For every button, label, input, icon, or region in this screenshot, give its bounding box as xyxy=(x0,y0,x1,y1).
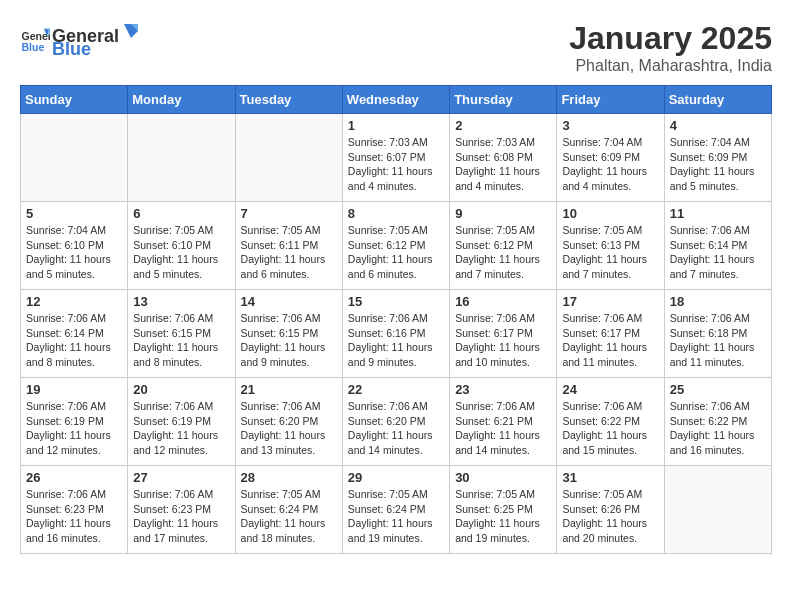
logo-arrow-icon xyxy=(120,20,142,42)
day-number: 17 xyxy=(562,294,658,309)
title-block: January 2025 Phaltan, Maharashtra, India xyxy=(569,20,772,75)
day-info: Sunrise: 7:06 AM Sunset: 6:15 PM Dayligh… xyxy=(241,311,337,370)
day-number: 27 xyxy=(133,470,229,485)
day-info: Sunrise: 7:05 AM Sunset: 6:25 PM Dayligh… xyxy=(455,487,551,546)
day-info: Sunrise: 7:03 AM Sunset: 6:08 PM Dayligh… xyxy=(455,135,551,194)
calendar-cell: 12Sunrise: 7:06 AM Sunset: 6:14 PM Dayli… xyxy=(21,290,128,378)
calendar-cell: 5Sunrise: 7:04 AM Sunset: 6:10 PM Daylig… xyxy=(21,202,128,290)
day-number: 9 xyxy=(455,206,551,221)
day-number: 19 xyxy=(26,382,122,397)
day-number: 3 xyxy=(562,118,658,133)
calendar-cell: 31Sunrise: 7:05 AM Sunset: 6:26 PM Dayli… xyxy=(557,466,664,554)
day-info: Sunrise: 7:05 AM Sunset: 6:12 PM Dayligh… xyxy=(455,223,551,282)
day-number: 10 xyxy=(562,206,658,221)
day-number: 21 xyxy=(241,382,337,397)
svg-text:Blue: Blue xyxy=(22,41,45,53)
calendar-cell: 7Sunrise: 7:05 AM Sunset: 6:11 PM Daylig… xyxy=(235,202,342,290)
calendar-cell: 8Sunrise: 7:05 AM Sunset: 6:12 PM Daylig… xyxy=(342,202,449,290)
day-info: Sunrise: 7:06 AM Sunset: 6:14 PM Dayligh… xyxy=(670,223,766,282)
calendar-cell: 30Sunrise: 7:05 AM Sunset: 6:25 PM Dayli… xyxy=(450,466,557,554)
day-info: Sunrise: 7:06 AM Sunset: 6:19 PM Dayligh… xyxy=(26,399,122,458)
day-info: Sunrise: 7:06 AM Sunset: 6:20 PM Dayligh… xyxy=(348,399,444,458)
page-header: General Blue General Blue January 2025 P… xyxy=(20,20,772,75)
day-info: Sunrise: 7:05 AM Sunset: 6:12 PM Dayligh… xyxy=(348,223,444,282)
calendar-cell xyxy=(128,114,235,202)
weekday-header-monday: Monday xyxy=(128,86,235,114)
calendar-cell: 22Sunrise: 7:06 AM Sunset: 6:20 PM Dayli… xyxy=(342,378,449,466)
calendar-cell: 4Sunrise: 7:04 AM Sunset: 6:09 PM Daylig… xyxy=(664,114,771,202)
day-number: 30 xyxy=(455,470,551,485)
calendar-cell: 6Sunrise: 7:05 AM Sunset: 6:10 PM Daylig… xyxy=(128,202,235,290)
calendar-week-2: 5Sunrise: 7:04 AM Sunset: 6:10 PM Daylig… xyxy=(21,202,772,290)
day-info: Sunrise: 7:05 AM Sunset: 6:10 PM Dayligh… xyxy=(133,223,229,282)
calendar-cell: 24Sunrise: 7:06 AM Sunset: 6:22 PM Dayli… xyxy=(557,378,664,466)
day-number: 29 xyxy=(348,470,444,485)
day-number: 24 xyxy=(562,382,658,397)
day-info: Sunrise: 7:06 AM Sunset: 6:20 PM Dayligh… xyxy=(241,399,337,458)
day-number: 4 xyxy=(670,118,766,133)
weekday-header-thursday: Thursday xyxy=(450,86,557,114)
day-number: 11 xyxy=(670,206,766,221)
day-info: Sunrise: 7:06 AM Sunset: 6:19 PM Dayligh… xyxy=(133,399,229,458)
calendar-cell: 23Sunrise: 7:06 AM Sunset: 6:21 PM Dayli… xyxy=(450,378,557,466)
weekday-header-tuesday: Tuesday xyxy=(235,86,342,114)
day-info: Sunrise: 7:05 AM Sunset: 6:26 PM Dayligh… xyxy=(562,487,658,546)
calendar-cell: 1Sunrise: 7:03 AM Sunset: 6:07 PM Daylig… xyxy=(342,114,449,202)
day-info: Sunrise: 7:06 AM Sunset: 6:23 PM Dayligh… xyxy=(133,487,229,546)
day-info: Sunrise: 7:06 AM Sunset: 6:15 PM Dayligh… xyxy=(133,311,229,370)
calendar-week-5: 26Sunrise: 7:06 AM Sunset: 6:23 PM Dayli… xyxy=(21,466,772,554)
day-info: Sunrise: 7:05 AM Sunset: 6:11 PM Dayligh… xyxy=(241,223,337,282)
day-info: Sunrise: 7:04 AM Sunset: 6:09 PM Dayligh… xyxy=(562,135,658,194)
day-number: 1 xyxy=(348,118,444,133)
calendar-cell: 19Sunrise: 7:06 AM Sunset: 6:19 PM Dayli… xyxy=(21,378,128,466)
calendar-cell: 3Sunrise: 7:04 AM Sunset: 6:09 PM Daylig… xyxy=(557,114,664,202)
calendar-table: SundayMondayTuesdayWednesdayThursdayFrid… xyxy=(20,85,772,554)
day-info: Sunrise: 7:05 AM Sunset: 6:24 PM Dayligh… xyxy=(348,487,444,546)
calendar-cell: 26Sunrise: 7:06 AM Sunset: 6:23 PM Dayli… xyxy=(21,466,128,554)
day-number: 8 xyxy=(348,206,444,221)
calendar-cell xyxy=(21,114,128,202)
calendar-cell: 18Sunrise: 7:06 AM Sunset: 6:18 PM Dayli… xyxy=(664,290,771,378)
day-number: 7 xyxy=(241,206,337,221)
day-number: 12 xyxy=(26,294,122,309)
calendar-week-1: 1Sunrise: 7:03 AM Sunset: 6:07 PM Daylig… xyxy=(21,114,772,202)
calendar-cell: 27Sunrise: 7:06 AM Sunset: 6:23 PM Dayli… xyxy=(128,466,235,554)
day-info: Sunrise: 7:06 AM Sunset: 6:21 PM Dayligh… xyxy=(455,399,551,458)
day-info: Sunrise: 7:06 AM Sunset: 6:22 PM Dayligh… xyxy=(562,399,658,458)
calendar-cell: 11Sunrise: 7:06 AM Sunset: 6:14 PM Dayli… xyxy=(664,202,771,290)
calendar-week-3: 12Sunrise: 7:06 AM Sunset: 6:14 PM Dayli… xyxy=(21,290,772,378)
location-subtitle: Phaltan, Maharashtra, India xyxy=(569,57,772,75)
day-info: Sunrise: 7:05 AM Sunset: 6:24 PM Dayligh… xyxy=(241,487,337,546)
calendar-cell: 21Sunrise: 7:06 AM Sunset: 6:20 PM Dayli… xyxy=(235,378,342,466)
day-number: 22 xyxy=(348,382,444,397)
month-title: January 2025 xyxy=(569,20,772,57)
day-number: 18 xyxy=(670,294,766,309)
day-info: Sunrise: 7:04 AM Sunset: 6:10 PM Dayligh… xyxy=(26,223,122,282)
calendar-cell xyxy=(664,466,771,554)
day-number: 16 xyxy=(455,294,551,309)
day-number: 25 xyxy=(670,382,766,397)
day-number: 20 xyxy=(133,382,229,397)
day-info: Sunrise: 7:06 AM Sunset: 6:22 PM Dayligh… xyxy=(670,399,766,458)
day-info: Sunrise: 7:06 AM Sunset: 6:18 PM Dayligh… xyxy=(670,311,766,370)
day-info: Sunrise: 7:06 AM Sunset: 6:17 PM Dayligh… xyxy=(455,311,551,370)
day-number: 28 xyxy=(241,470,337,485)
day-info: Sunrise: 7:06 AM Sunset: 6:17 PM Dayligh… xyxy=(562,311,658,370)
calendar-cell xyxy=(235,114,342,202)
day-number: 13 xyxy=(133,294,229,309)
calendar-cell: 16Sunrise: 7:06 AM Sunset: 6:17 PM Dayli… xyxy=(450,290,557,378)
day-number: 2 xyxy=(455,118,551,133)
day-number: 23 xyxy=(455,382,551,397)
calendar-cell: 29Sunrise: 7:05 AM Sunset: 6:24 PM Dayli… xyxy=(342,466,449,554)
day-info: Sunrise: 7:05 AM Sunset: 6:13 PM Dayligh… xyxy=(562,223,658,282)
day-number: 6 xyxy=(133,206,229,221)
weekday-header-row: SundayMondayTuesdayWednesdayThursdayFrid… xyxy=(21,86,772,114)
day-info: Sunrise: 7:03 AM Sunset: 6:07 PM Dayligh… xyxy=(348,135,444,194)
day-number: 15 xyxy=(348,294,444,309)
calendar-cell: 28Sunrise: 7:05 AM Sunset: 6:24 PM Dayli… xyxy=(235,466,342,554)
day-info: Sunrise: 7:06 AM Sunset: 6:14 PM Dayligh… xyxy=(26,311,122,370)
day-number: 26 xyxy=(26,470,122,485)
calendar-cell: 25Sunrise: 7:06 AM Sunset: 6:22 PM Dayli… xyxy=(664,378,771,466)
day-number: 5 xyxy=(26,206,122,221)
calendar-cell: 14Sunrise: 7:06 AM Sunset: 6:15 PM Dayli… xyxy=(235,290,342,378)
